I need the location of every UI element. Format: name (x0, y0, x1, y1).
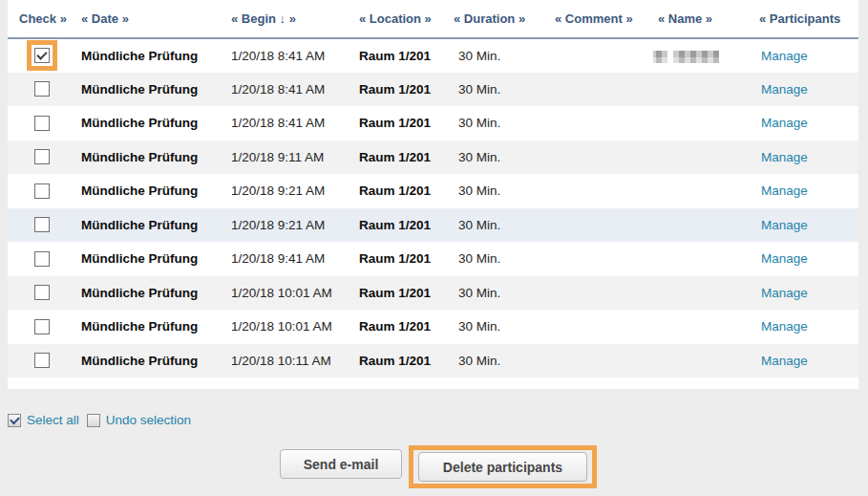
select-all-checkbox[interactable] (8, 414, 21, 427)
manage-link[interactable]: Manage (761, 286, 808, 300)
check-cell (8, 242, 76, 276)
table-row: Mündliche Prüfung 1/20/18 8:41 AM Raum 1… (8, 38, 858, 73)
manage-link[interactable]: Manage (761, 319, 808, 334)
participants-cell: Manage (754, 38, 858, 73)
manage-link[interactable]: Manage (761, 354, 808, 368)
manage-link[interactable]: Manage (761, 150, 808, 164)
name-cell (653, 242, 754, 276)
location-cell: Raum 1/201 (354, 140, 449, 175)
exam-title-cell: Mündliche Prüfung (76, 73, 226, 107)
column-header-duration[interactable]: « Duration » (449, 0, 550, 38)
manage-link[interactable]: Manage (761, 82, 808, 97)
check-cell (8, 276, 76, 311)
delete-participants-button[interactable]: Delete participants (418, 452, 587, 482)
begin-cell: 1/20/18 8:41 AM (226, 73, 354, 107)
column-header-name[interactable]: « Name » (653, 0, 754, 38)
column-header-date[interactable]: « Date » (76, 0, 226, 38)
begin-cell: 1/20/18 8:41 AM (226, 106, 354, 140)
name-cell (653, 73, 754, 107)
duration-cell: 30 Min. (449, 174, 550, 208)
comment-cell (550, 38, 653, 73)
check-cell (8, 38, 76, 73)
exam-title-cell: Mündliche Prüfung (76, 38, 226, 73)
table-row: Mündliche Prüfung 1/20/18 9:41 AM Raum 1… (8, 242, 858, 276)
name-cell (653, 310, 754, 344)
exam-slots-panel: Check » « Date » « Begin ↓ » « Location … (8, 0, 858, 389)
table-row: Mündliche Prüfung 1/20/18 10:01 AM Raum … (8, 310, 858, 344)
row-checkbox[interactable] (34, 251, 50, 267)
name-cell (653, 174, 754, 208)
row-checkbox[interactable] (34, 48, 50, 63)
check-cell (8, 208, 76, 243)
row-checkbox[interactable] (34, 217, 50, 232)
row-checkbox[interactable] (34, 116, 50, 131)
location-cell: Raum 1/201 (354, 106, 449, 140)
participants-cell: Manage (754, 106, 858, 140)
checkbox-annotation (27, 74, 57, 104)
participants-cell: Manage (754, 276, 858, 311)
name-cell (653, 276, 754, 311)
comment-cell (550, 310, 653, 344)
send-email-button[interactable]: Send e-mail (280, 449, 402, 479)
participants-cell: Manage (754, 344, 858, 378)
checkbox-annotation (27, 176, 57, 206)
participants-cell: Manage (754, 73, 858, 107)
duration-cell: 30 Min. (449, 106, 550, 140)
name-cell (653, 208, 754, 243)
table-row: Mündliche Prüfung 1/20/18 9:11 AM Raum 1… (8, 140, 858, 175)
column-header-participants[interactable]: « Participants (754, 0, 858, 38)
comment-cell (550, 208, 653, 243)
manage-link[interactable]: Manage (761, 218, 808, 232)
checkbox-annotation (27, 277, 57, 308)
participants-cell: Manage (754, 208, 858, 243)
duration-cell: 30 Min. (449, 242, 550, 276)
column-header-check[interactable]: Check » (8, 0, 76, 38)
comment-cell (550, 174, 653, 208)
manage-link[interactable]: Manage (761, 251, 808, 266)
location-cell: Raum 1/201 (354, 73, 449, 107)
table-header: Check » « Date » « Begin ↓ » « Location … (8, 0, 858, 38)
checkbox-annotation (27, 345, 57, 376)
check-cell (8, 310, 76, 344)
name-cell (653, 38, 754, 73)
duration-cell: 30 Min. (449, 310, 550, 344)
manage-link[interactable]: Manage (761, 49, 808, 63)
undo-selection-label[interactable]: Undo selection (106, 413, 191, 427)
row-checkbox[interactable] (34, 183, 50, 199)
row-checkbox[interactable] (34, 319, 50, 334)
comment-cell (550, 242, 653, 276)
comment-cell (550, 344, 653, 378)
begin-cell: 1/20/18 9:11 AM (226, 140, 354, 175)
begin-cell: 1/20/18 10:11 AM (226, 344, 354, 378)
column-header-location[interactable]: « Location » (354, 0, 449, 38)
exam-slots-table: Check » « Date » « Begin ↓ » « Location … (8, 0, 858, 377)
page: Check » « Date » « Begin ↓ » « Location … (0, 0, 868, 496)
table-body: Mündliche Prüfung 1/20/18 8:41 AM Raum 1… (8, 38, 858, 377)
row-checkbox[interactable] (34, 149, 50, 164)
row-checkbox[interactable] (34, 285, 50, 300)
select-all-label[interactable]: Select all (27, 413, 79, 427)
undo-selection-checkbox[interactable] (87, 414, 100, 427)
table-row: Mündliche Prüfung 1/20/18 10:01 AM Raum … (8, 276, 858, 311)
comment-cell (550, 106, 653, 140)
participants-cell: Manage (754, 310, 858, 344)
delete-button-annotation: Delete participants (409, 445, 597, 488)
participants-cell: Manage (754, 242, 858, 276)
column-header-begin[interactable]: « Begin ↓ » (226, 0, 354, 38)
participants-cell: Manage (754, 140, 858, 175)
check-cell (8, 140, 76, 175)
column-header-comment[interactable]: « Comment » (550, 0, 653, 38)
table-row: Mündliche Prüfung 1/20/18 10:11 AM Raum … (8, 344, 858, 378)
exam-title-cell: Mündliche Prüfung (76, 344, 226, 378)
row-checkbox[interactable] (34, 81, 50, 97)
table-row: Mündliche Prüfung 1/20/18 9:21 AM Raum 1… (8, 174, 858, 208)
row-checkbox[interactable] (34, 353, 50, 368)
location-cell: Raum 1/201 (354, 208, 449, 243)
exam-title-cell: Mündliche Prüfung (76, 242, 226, 276)
duration-cell: 30 Min. (449, 208, 550, 243)
duration-cell: 30 Min. (449, 276, 550, 311)
checkbox-annotation (27, 244, 57, 274)
manage-link[interactable]: Manage (761, 116, 808, 130)
manage-link[interactable]: Manage (761, 183, 808, 198)
begin-cell: 1/20/18 8:41 AM (226, 38, 354, 73)
